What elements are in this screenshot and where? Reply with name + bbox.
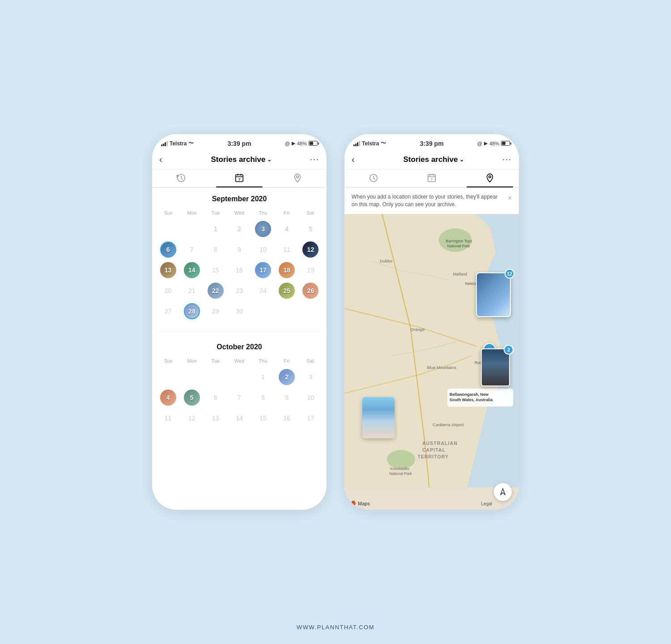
day-cell-9[interactable]: 9 [228,240,251,259]
wd-tue: Tue [204,208,228,217]
day-cell-16[interactable]: 16 [228,260,251,280]
day-cell-22[interactable]: 22 [204,281,227,301]
october-calendar: October 2020 Sun Mon Tue Wed Thu Fri Sat [152,336,327,435]
svg-text:Bellawongarah, New: Bellawongarah, New [450,392,488,396]
day-cell-11[interactable]: 11 [276,240,298,259]
cluster-badge-12: 12 [505,269,514,279]
wd-sat-oct: Sat [298,356,322,365]
photo-cluster-2[interactable]: 2 [481,348,510,386]
svg-text:CAPITAL: CAPITAL [422,447,446,453]
wd-sun-oct: Sun [157,356,180,365]
tab-calendar-1[interactable]: 7 [210,173,268,187]
tab-bar-2: 7 [344,169,519,188]
chevron-icon-2: ⌄ [459,157,464,163]
day-cell-oct-2[interactable]: 2 [276,367,298,387]
chevron-icon-1: ⌄ [267,157,272,163]
day-cell-oct-15[interactable]: 15 [252,408,275,428]
day-cell-20[interactable]: 20 [157,281,179,301]
day-cell-8[interactable]: 8 [204,240,227,259]
day-cell-14[interactable]: 14 [180,260,203,280]
weekday-row-oct: Sun Mon Tue Wed Thu Fri Sat [157,356,322,365]
battery-icon-1 [309,141,318,146]
tab-location-1[interactable] [268,173,327,187]
wd-thu: Thu [251,208,275,217]
day-cell-oct-10[interactable]: 10 [299,388,322,407]
day-cell-21[interactable]: 21 [180,281,203,301]
svg-text:National Park: National Park [389,471,412,475]
day-cell [252,301,275,321]
day-cell-29[interactable]: 29 [204,301,227,321]
day-cell-23[interactable]: 23 [228,281,251,301]
day-cell-15[interactable]: 15 [204,260,227,280]
tab-bar-1: 7 [152,169,327,188]
day-cell-oct-11[interactable]: 11 [157,408,179,428]
back-button-2[interactable]: ‹ [352,154,365,165]
day-cell-2[interactable]: 2 [228,219,251,239]
day-cell-oct-13[interactable]: 13 [204,408,227,428]
back-button-1[interactable]: ‹ [159,154,173,165]
svg-text:South Wales, Australia: South Wales, Australia [450,398,493,402]
day-cell-oct-5[interactable]: 5 [180,388,203,407]
maps-label: Maps [358,501,370,506]
day-cell-24[interactable]: 24 [252,281,275,301]
day-cell-17[interactable]: 17 [252,260,275,280]
day-cell-oct-8[interactable]: 8 [252,388,275,407]
phone-calendar: Telstra 〜 3:39 pm @ ▶ 48% ‹ Stories arch… [152,134,327,510]
wd-mon-oct: Mon [180,356,204,365]
maps-watermark: 🍎 Maps [350,500,370,506]
day-cell [157,219,179,239]
day-cell-oct-3[interactable]: 3 [299,367,322,387]
map-container[interactable]: Dubbo Barrington Tops National Park Mait… [344,214,519,510]
carrier-2: Telstra [362,140,379,147]
day-cell [157,367,179,387]
day-cell-4[interactable]: 4 [276,219,298,239]
day-cell-5[interactable]: 5 [299,219,322,239]
photo-card-airport[interactable] [362,397,395,438]
location-icon-2: @ [477,141,482,146]
tab-location-2[interactable] [461,173,519,187]
tab-calendar-2[interactable]: 7 [403,173,461,187]
day-cell-7[interactable]: 7 [180,240,203,259]
day-cell-3[interactable]: 3 [252,219,275,239]
day-cell-12[interactable]: 12 [299,240,322,259]
more-button-1[interactable]: ··· [310,155,319,164]
wd-wed: Wed [228,208,251,217]
day-cell-26[interactable]: 26 [299,281,322,301]
day-cell-28[interactable]: 28 [180,301,203,321]
gps-icon-2: ▶ [484,140,488,146]
day-cell-oct-6[interactable]: 6 [204,388,227,407]
battery-icon-2 [501,141,510,146]
month-title-oct: October 2020 [157,343,322,351]
day-cell-10[interactable]: 10 [252,240,275,259]
day-cell-oct-17[interactable]: 17 [299,408,322,428]
day-cell-1[interactable]: 1 [204,219,227,239]
tab-recent-1[interactable] [152,173,210,187]
page-wrapper: Telstra 〜 3:39 pm @ ▶ 48% ‹ Stories arch… [125,98,546,546]
wd-fri: Fri [275,208,298,217]
day-cell-oct-12[interactable]: 12 [180,408,203,428]
svg-text:Maitland: Maitland [453,272,467,276]
tab-recent-2[interactable] [344,173,403,187]
day-cell-13[interactable]: 13 [157,260,179,280]
day-cell-19[interactable]: 19 [299,260,322,280]
legal-text[interactable]: Legal [481,501,492,506]
day-cell-oct-14[interactable]: 14 [228,408,251,428]
location-button[interactable] [494,483,512,501]
day-cell-6[interactable]: 6 [157,240,179,259]
day-cell-oct-4[interactable]: 4 [157,388,179,407]
day-cell-25[interactable]: 25 [276,281,298,301]
photo-cluster-12[interactable]: 12 [476,272,511,317]
svg-text:AUSTRALIAN: AUSTRALIAN [422,441,458,446]
svg-text:Barrington Tops: Barrington Tops [446,239,472,243]
day-cell-18[interactable]: 18 [276,260,298,280]
day-cell-oct-9[interactable]: 9 [276,388,298,407]
day-cell-oct-1[interactable]: 1 [252,367,275,387]
day-cell-27[interactable]: 27 [157,301,179,321]
banner-close[interactable]: × [508,193,512,203]
wd-fri-oct: Fri [275,356,298,365]
more-button-2[interactable]: ··· [502,155,512,164]
day-cell-oct-7[interactable]: 7 [228,388,251,407]
day-cell-oct-16[interactable]: 16 [276,408,298,428]
nav-header-1: ‹ Stories archive ⌄ ··· [152,151,327,169]
day-cell-30[interactable]: 30 [228,301,251,321]
